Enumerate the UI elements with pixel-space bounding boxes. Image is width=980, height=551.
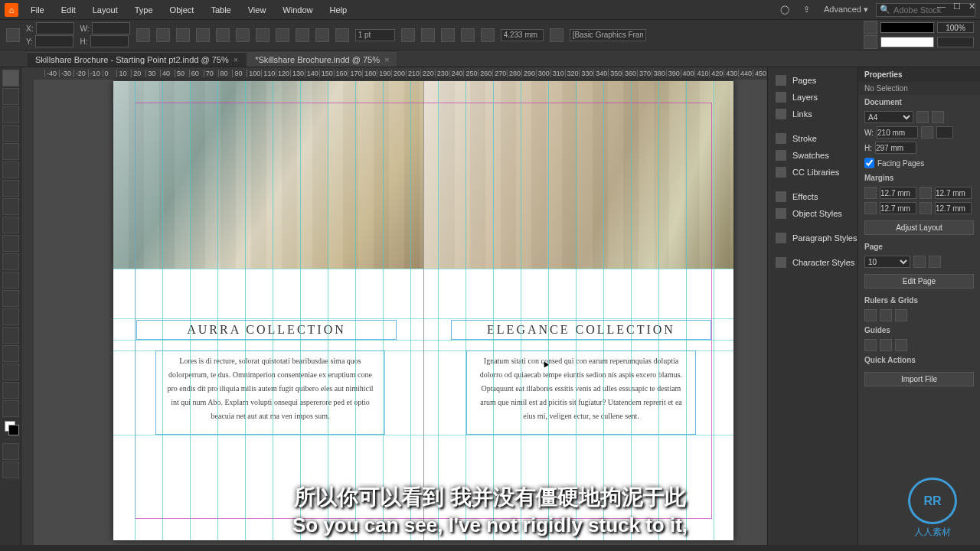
x-field[interactable]	[36, 22, 74, 34]
menu-file[interactable]: File	[23, 2, 52, 18]
tab-doc-2[interactable]: *Skillshare Brochure.indd @ 75%×	[247, 52, 397, 67]
orientation-portrait-icon[interactable]	[916, 111, 929, 123]
text-wrap-bbox-icon[interactable]	[481, 28, 495, 42]
wrap-offset-field[interactable]	[501, 29, 544, 41]
panel-effects[interactable]: Effects	[768, 188, 858, 205]
pages-field[interactable]	[936, 126, 953, 139]
page-tool[interactable]	[2, 106, 19, 123]
photo-left[interactable]	[113, 81, 423, 269]
rectangle-frame-tool[interactable]	[2, 235, 19, 252]
pages-icon[interactable]	[921, 126, 933, 139]
shear-icon[interactable]	[216, 28, 230, 42]
menu-layout[interactable]: Layout	[85, 2, 126, 18]
screen-mode-tool[interactable]	[2, 461, 19, 478]
rulers-icon[interactable]	[864, 309, 877, 321]
close-tab-icon[interactable]: ×	[384, 55, 389, 64]
menu-type[interactable]: Type	[127, 2, 161, 18]
panel-pages[interactable]: Pages	[768, 72, 858, 89]
page-new-icon[interactable]	[913, 256, 926, 268]
text-wrap-icon[interactable]	[461, 28, 475, 42]
stroke-swatch-icon[interactable]	[864, 35, 877, 49]
frame-fitting-icon[interactable]	[550, 28, 564, 42]
maximize-icon[interactable]: ☐	[953, 2, 961, 11]
menu-object[interactable]: Object	[162, 2, 202, 18]
body-frame-right[interactable]: Ignatum sitati con consed qui con earum …	[466, 350, 696, 435]
heading-frame-right[interactable]: ELEGANCE COLLECTION	[451, 320, 711, 340]
workspace-switcher[interactable]: Advanced ▾	[818, 2, 874, 18]
close-tab-icon[interactable]: ×	[234, 55, 238, 64]
select-content-icon[interactable]	[335, 28, 349, 42]
rotate-cw-icon[interactable]	[256, 28, 270, 42]
smart-guides-icon[interactable]	[895, 339, 907, 351]
panel-layers[interactable]: Layers	[768, 89, 858, 106]
edit-page-button[interactable]: Edit Page	[864, 274, 974, 289]
baseline-grid-icon[interactable]	[880, 309, 892, 321]
stroke-tint[interactable]	[937, 37, 974, 47]
fill-stroke-swap[interactable]	[2, 419, 19, 442]
apply-color-tool[interactable]	[2, 443, 19, 460]
menu-edit[interactable]: Edit	[54, 2, 83, 18]
page-delete-icon[interactable]	[929, 256, 941, 268]
h-field[interactable]	[90, 35, 129, 47]
type-tool[interactable]	[2, 161, 19, 178]
menu-help[interactable]: Help	[322, 2, 354, 18]
share-icon[interactable]: ⇪	[797, 2, 816, 18]
margin-right-field[interactable]	[935, 202, 972, 214]
y-field[interactable]	[35, 35, 74, 47]
panel-links[interactable]: Links	[768, 106, 858, 122]
document-grid-icon[interactable]	[895, 309, 907, 321]
lock-guides-icon[interactable]	[880, 339, 892, 351]
doc-h-field[interactable]	[875, 142, 916, 154]
menu-window[interactable]: Window	[275, 2, 320, 18]
margin-left-field[interactable]	[935, 187, 972, 199]
selection-tool[interactable]	[2, 70, 19, 86]
scissors-tool[interactable]	[2, 272, 19, 289]
direct-selection-tool[interactable]	[2, 88, 19, 105]
panel-object-styles[interactable]: Object Styles	[768, 205, 858, 222]
select-container-icon[interactable]	[315, 28, 329, 42]
corner-options-icon[interactable]	[421, 28, 435, 42]
scale-y-icon[interactable]	[176, 28, 190, 42]
heading-frame-left[interactable]: AURRA COLLECTION	[136, 320, 397, 340]
panel-swatches[interactable]: Swatches	[768, 147, 858, 164]
fill-swatch[interactable]	[880, 22, 934, 33]
tab-doc-1[interactable]: Skillshare Brochure - Starting Point pt2…	[28, 52, 246, 67]
help-search-icon[interactable]: ◯	[774, 2, 795, 18]
line-tool[interactable]	[2, 180, 19, 197]
page-number-select[interactable]: 10	[864, 256, 910, 268]
object-style-field[interactable]	[570, 29, 646, 41]
gradient-swatch-tool[interactable]	[2, 308, 19, 325]
orientation-landscape-icon[interactable]	[932, 111, 944, 123]
note-tool[interactable]	[2, 345, 19, 362]
rotate-icon[interactable]	[196, 28, 210, 42]
stroke-swatch[interactable]	[880, 37, 934, 47]
margin-top-field[interactable]	[880, 187, 916, 199]
stroke-align-icon[interactable]	[401, 28, 415, 42]
close-icon[interactable]: ✕	[969, 2, 975, 11]
margin-bottom-field[interactable]	[880, 202, 916, 214]
minimize-icon[interactable]: —	[937, 2, 946, 11]
pencil-tool[interactable]	[2, 217, 19, 233]
scale-x-icon[interactable]	[156, 28, 170, 42]
hand-tool[interactable]	[2, 382, 19, 399]
photo-right[interactable]	[424, 81, 733, 269]
panel-cc-libraries[interactable]: CC Libraries	[768, 164, 858, 181]
fill-tint[interactable]: 100%	[937, 22, 974, 33]
gradient-feather-tool[interactable]	[2, 327, 19, 344]
panel-character-styles[interactable]: Character Styles	[768, 254, 858, 271]
canvas[interactable]: -40-30-20-100102030405060708090100110120…	[21, 67, 767, 545]
menu-view[interactable]: View	[240, 2, 274, 18]
gap-tool[interactable]	[2, 125, 19, 142]
constrain-icon[interactable]	[136, 28, 150, 42]
body-frame-left[interactable]: Lores is di recture, solorat quistotati …	[155, 350, 385, 435]
show-guides-icon[interactable]	[864, 339, 877, 351]
content-collector-tool[interactable]	[2, 143, 19, 160]
page-size-select[interactable]: A4	[864, 111, 913, 123]
import-file-button[interactable]: Import File	[864, 372, 974, 386]
doc-w-field[interactable]	[877, 126, 918, 139]
flip-v-icon[interactable]	[296, 28, 309, 42]
w-field[interactable]	[92, 22, 130, 34]
rectangle-tool[interactable]	[2, 253, 19, 270]
adjust-layout-button[interactable]: Adjust Layout	[864, 220, 974, 235]
menu-table[interactable]: Table	[203, 2, 238, 18]
